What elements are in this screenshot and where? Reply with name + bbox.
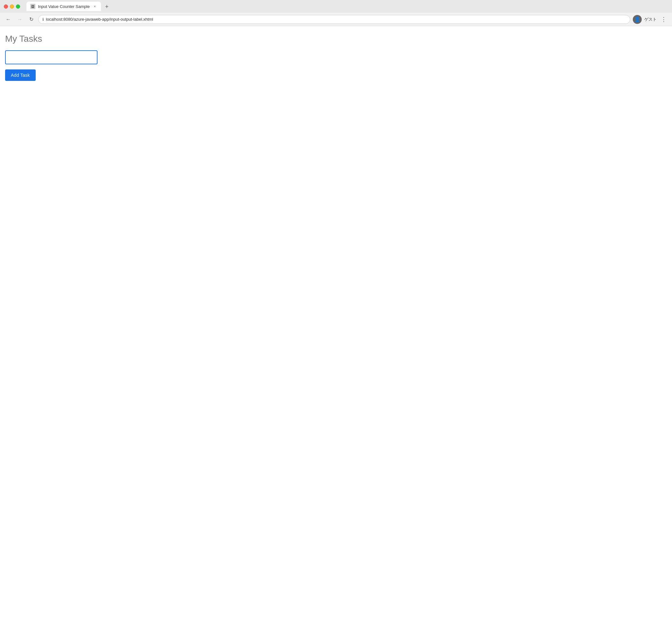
page-content: My Tasks Add Task [0,26,672,621]
address-bar[interactable]: ℹ localhost:8080/azure-javaweb-app/input… [38,15,630,24]
add-task-button[interactable]: Add Task [5,70,36,81]
nav-right: 👤 ゲスト ⋮ [633,15,668,24]
profile-button[interactable]: 👤 [633,15,642,24]
minimize-button[interactable] [10,4,14,9]
security-icon: ℹ [42,17,44,22]
traffic-lights [4,4,20,9]
nav-bar: ← → ↻ ℹ localhost:8080/azure-javaweb-app… [0,13,672,26]
task-input[interactable] [5,50,97,64]
profile-label[interactable]: ゲスト [644,16,657,22]
tab-bar: 🖼 Input Value Counter Sample × + [27,2,668,11]
close-button[interactable] [4,4,8,9]
maximize-button[interactable] [16,4,20,9]
browser-menu-button[interactable]: ⋮ [659,15,668,24]
page-title: My Tasks [5,34,667,44]
forward-button[interactable]: → [15,15,24,24]
browser-window: 🖼 Input Value Counter Sample × + ← → ↻ ℹ… [0,0,672,621]
reload-button[interactable]: ↻ [27,15,36,24]
back-button[interactable]: ← [4,15,13,24]
active-tab[interactable]: 🖼 Input Value Counter Sample × [27,2,101,11]
address-text: localhost:8080/azure-javaweb-app/input-o… [46,17,153,22]
title-bar: 🖼 Input Value Counter Sample × + [0,0,672,13]
new-tab-button[interactable]: + [102,2,111,11]
tab-close-button[interactable]: × [92,4,97,9]
profile-icon: 👤 [634,16,640,22]
tab-title: Input Value Counter Sample [38,4,89,9]
tab-favicon: 🖼 [30,4,35,9]
